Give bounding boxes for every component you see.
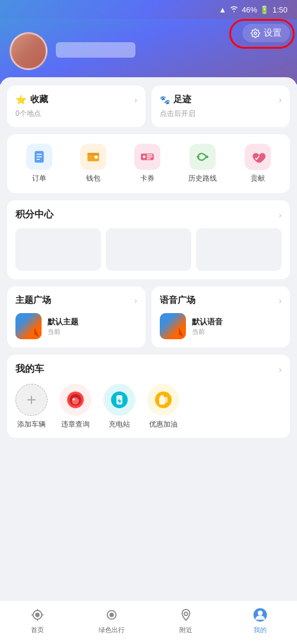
favorites-title: 收藏 (30, 94, 48, 105)
svg-point-39 (184, 612, 188, 615)
svg-point-13 (197, 156, 199, 158)
bottom-nav: 首页 绿色出行 附近 我的 (0, 600, 297, 644)
theme-chevron[interactable]: › (134, 296, 137, 305)
contribution-item[interactable]: 贡献 (245, 144, 271, 184)
nav-home[interactable]: 首页 (20, 607, 55, 634)
theme-card: 主题广场 › 默认主题 当前 (7, 286, 146, 348)
nav-nearby-label: 附近 (179, 626, 192, 634)
theme-name: 默认主题 (48, 317, 78, 327)
favorites-sub: 0个地点 (15, 109, 137, 119)
history-route-item[interactable]: 历史路线 (188, 144, 217, 184)
svg-point-38 (110, 613, 113, 617)
service-icon-grid: 订单 钱包 (7, 134, 290, 193)
points-title: 积分中心 (15, 209, 53, 221)
voice-status: 当前 (192, 327, 223, 336)
voice-card: 语音广场 › 默认语音 当前 (151, 286, 290, 348)
fuel-icon (147, 384, 179, 416)
voice-title: 语音广场 (160, 295, 195, 306)
points-banner-2[interactable] (106, 228, 191, 271)
theme-info: 默认主题 当前 (48, 317, 78, 336)
favorites-footprint-row: ⭐ 收藏 › 0个地点 🐾 足迹 › 点击后开启 (7, 86, 290, 127)
points-chevron[interactable]: › (279, 210, 282, 220)
points-banners (15, 228, 282, 271)
wallet-item[interactable]: 钱包 (80, 144, 106, 184)
star-icon: ⭐ (15, 94, 27, 105)
theme-status: 当前 (48, 327, 78, 336)
violation-label: 违章查询 (61, 419, 90, 430)
order-label: 订单 (32, 173, 46, 184)
battery-status: 46% 🔋 (242, 5, 269, 14)
points-banner-3[interactable] (196, 228, 282, 271)
svg-marker-18 (179, 327, 184, 337)
theme-item[interactable]: 默认主题 当前 (15, 313, 137, 339)
charging-icon (103, 384, 135, 416)
nav-nearby[interactable]: 附近 (168, 607, 204, 634)
violation-item[interactable]: 违章查询 (59, 384, 91, 430)
add-vehicle-item[interactable]: + 添加车辆 (15, 384, 48, 430)
order-item[interactable]: 订单 (26, 144, 52, 184)
contribution-label: 贡献 (251, 173, 265, 184)
footprint-icon: 🐾 (160, 95, 170, 105)
wifi-icon (230, 5, 238, 14)
footprint-chevron: › (279, 95, 282, 105)
my-car-title: 我的车 (15, 363, 44, 375)
voice-info: 默认语音 当前 (192, 317, 223, 336)
add-vehicle-label: 添加车辆 (17, 419, 46, 430)
header-area: 设置 (0, 19, 297, 84)
my-car-card: 我的车 › + 添加车辆 违章查询 (7, 355, 290, 438)
nav-green-travel[interactable]: 绿色出行 (94, 607, 129, 634)
car-icons-row: + 添加车辆 违章查询 (15, 384, 282, 430)
wallet-label: 钱包 (86, 173, 100, 184)
history-route-label: 历史路线 (188, 173, 217, 184)
fuel-label: 优惠加油 (149, 419, 178, 430)
footprint-card[interactable]: 🐾 足迹 › 点击后开启 (151, 86, 290, 127)
fuel-item[interactable]: 优惠加油 (147, 384, 179, 430)
nav-mine[interactable]: 我的 (242, 607, 278, 634)
avatar[interactable] (10, 32, 48, 70)
theme-title: 主题广场 (15, 295, 51, 306)
status-bar: ▲ 46% 🔋 1:50 (0, 0, 297, 19)
svg-point-9 (143, 156, 145, 158)
voice-map-icon (160, 313, 186, 339)
svg-point-32 (36, 613, 39, 617)
favorites-chevron: › (134, 95, 137, 105)
svg-point-0 (254, 32, 257, 34)
nav-home-icon (29, 607, 46, 623)
coupon-label: 卡券 (140, 173, 154, 184)
nav-green-travel-label: 绿色出行 (99, 626, 125, 634)
charging-item[interactable]: 充电站 (103, 384, 135, 430)
svg-rect-6 (94, 156, 97, 159)
nav-home-label: 首页 (31, 626, 44, 634)
svg-point-30 (165, 397, 168, 399)
theme-map-icon (15, 313, 42, 339)
signal-icon: ▲ (219, 5, 226, 14)
favorites-card[interactable]: ⭐ 收藏 › 0个地点 (7, 86, 146, 127)
user-name (56, 42, 135, 58)
settings-button[interactable]: 设置 (242, 24, 290, 42)
footprint-title: 足迹 (173, 94, 191, 105)
points-center-card: 积分中心 › (7, 200, 290, 279)
points-banner-1[interactable] (15, 228, 101, 271)
charging-label: 充电站 (109, 419, 130, 430)
svg-rect-7 (87, 153, 99, 155)
add-vehicle-icon: + (15, 384, 48, 416)
svg-point-41 (257, 611, 262, 615)
svg-rect-28 (160, 395, 164, 398)
nav-mine-icon (252, 607, 268, 623)
nav-green-travel-icon (103, 607, 120, 623)
settings-label: 设置 (264, 27, 282, 39)
footprint-sub: 点击后开启 (160, 109, 282, 119)
voice-chevron[interactable]: › (279, 296, 282, 305)
svg-point-22 (72, 398, 75, 400)
theme-voice-row: 主题广场 › 默认主题 当前 (7, 286, 290, 348)
svg-marker-16 (34, 327, 39, 337)
svg-point-14 (206, 156, 208, 158)
voice-item[interactable]: 默认语音 当前 (160, 313, 282, 339)
user-info (56, 42, 135, 60)
nav-nearby-icon (178, 607, 194, 623)
time-display: 1:50 (273, 5, 287, 14)
coupon-item[interactable]: 卡券 (134, 144, 160, 184)
voice-name: 默认语音 (192, 317, 223, 327)
main-content: ⭐ 收藏 › 0个地点 🐾 足迹 › 点击后开启 (0, 77, 297, 501)
my-car-chevron[interactable]: › (279, 365, 282, 374)
